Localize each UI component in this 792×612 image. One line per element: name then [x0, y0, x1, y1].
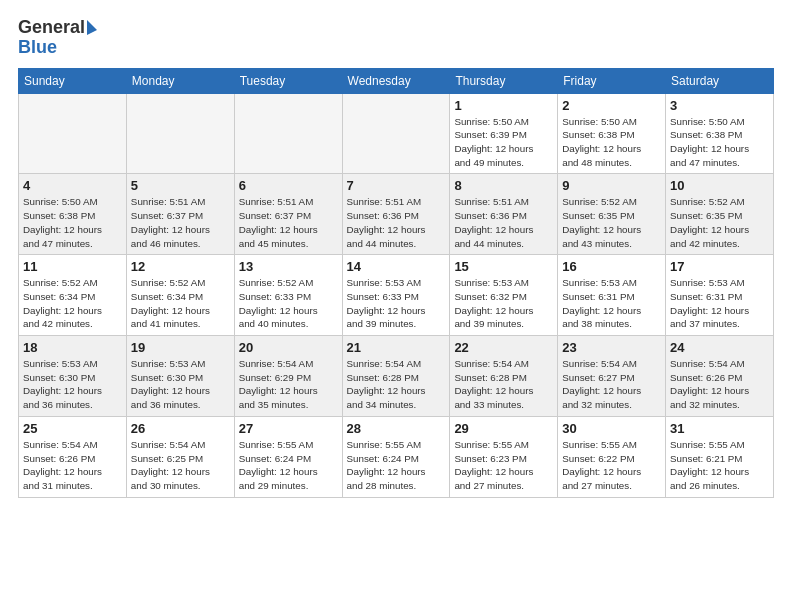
logo-triangle-icon [87, 20, 97, 35]
day-number: 1 [454, 98, 553, 113]
calendar-cell: 30Sunrise: 5:55 AM Sunset: 6:22 PM Dayli… [558, 416, 666, 497]
cell-info: Sunrise: 5:54 AM Sunset: 6:28 PM Dayligh… [347, 357, 446, 412]
calendar-cell: 7Sunrise: 5:51 AM Sunset: 6:36 PM Daylig… [342, 174, 450, 255]
calendar-cell: 26Sunrise: 5:54 AM Sunset: 6:25 PM Dayli… [126, 416, 234, 497]
calendar-cell: 5Sunrise: 5:51 AM Sunset: 6:37 PM Daylig… [126, 174, 234, 255]
cell-info: Sunrise: 5:50 AM Sunset: 6:38 PM Dayligh… [670, 115, 769, 170]
day-number: 5 [131, 178, 230, 193]
day-number: 21 [347, 340, 446, 355]
cell-info: Sunrise: 5:51 AM Sunset: 6:37 PM Dayligh… [239, 195, 338, 250]
day-number: 22 [454, 340, 553, 355]
calendar-cell: 9Sunrise: 5:52 AM Sunset: 6:35 PM Daylig… [558, 174, 666, 255]
cell-info: Sunrise: 5:51 AM Sunset: 6:36 PM Dayligh… [454, 195, 553, 250]
calendar-cell [234, 93, 342, 174]
page: General Blue SundayMondayTuesdayWednesda… [0, 0, 792, 510]
day-number: 26 [131, 421, 230, 436]
calendar-cell: 28Sunrise: 5:55 AM Sunset: 6:24 PM Dayli… [342, 416, 450, 497]
day-number: 20 [239, 340, 338, 355]
calendar-cell: 8Sunrise: 5:51 AM Sunset: 6:36 PM Daylig… [450, 174, 558, 255]
calendar-cell [19, 93, 127, 174]
cell-info: Sunrise: 5:55 AM Sunset: 6:24 PM Dayligh… [239, 438, 338, 493]
day-header-friday: Friday [558, 68, 666, 93]
day-number: 19 [131, 340, 230, 355]
day-number: 29 [454, 421, 553, 436]
cell-info: Sunrise: 5:54 AM Sunset: 6:26 PM Dayligh… [670, 357, 769, 412]
cell-info: Sunrise: 5:52 AM Sunset: 6:34 PM Dayligh… [23, 276, 122, 331]
calendar-cell: 18Sunrise: 5:53 AM Sunset: 6:30 PM Dayli… [19, 336, 127, 417]
cell-info: Sunrise: 5:51 AM Sunset: 6:36 PM Dayligh… [347, 195, 446, 250]
day-number: 3 [670, 98, 769, 113]
day-number: 15 [454, 259, 553, 274]
day-number: 31 [670, 421, 769, 436]
calendar-header-row: SundayMondayTuesdayWednesdayThursdayFrid… [19, 68, 774, 93]
day-number: 28 [347, 421, 446, 436]
calendar-cell: 27Sunrise: 5:55 AM Sunset: 6:24 PM Dayli… [234, 416, 342, 497]
cell-info: Sunrise: 5:52 AM Sunset: 6:35 PM Dayligh… [562, 195, 661, 250]
calendar-cell: 25Sunrise: 5:54 AM Sunset: 6:26 PM Dayli… [19, 416, 127, 497]
calendar-cell: 19Sunrise: 5:53 AM Sunset: 6:30 PM Dayli… [126, 336, 234, 417]
day-number: 4 [23, 178, 122, 193]
calendar-cell: 11Sunrise: 5:52 AM Sunset: 6:34 PM Dayli… [19, 255, 127, 336]
day-number: 16 [562, 259, 661, 274]
calendar-cell: 23Sunrise: 5:54 AM Sunset: 6:27 PM Dayli… [558, 336, 666, 417]
calendar-cell: 21Sunrise: 5:54 AM Sunset: 6:28 PM Dayli… [342, 336, 450, 417]
cell-info: Sunrise: 5:53 AM Sunset: 6:31 PM Dayligh… [562, 276, 661, 331]
day-number: 10 [670, 178, 769, 193]
calendar-week-row: 4Sunrise: 5:50 AM Sunset: 6:38 PM Daylig… [19, 174, 774, 255]
calendar-cell: 13Sunrise: 5:52 AM Sunset: 6:33 PM Dayli… [234, 255, 342, 336]
calendar-cell [342, 93, 450, 174]
calendar-cell: 20Sunrise: 5:54 AM Sunset: 6:29 PM Dayli… [234, 336, 342, 417]
day-number: 17 [670, 259, 769, 274]
cell-info: Sunrise: 5:54 AM Sunset: 6:26 PM Dayligh… [23, 438, 122, 493]
day-header-saturday: Saturday [666, 68, 774, 93]
calendar-cell: 3Sunrise: 5:50 AM Sunset: 6:38 PM Daylig… [666, 93, 774, 174]
cell-info: Sunrise: 5:55 AM Sunset: 6:21 PM Dayligh… [670, 438, 769, 493]
calendar-cell [126, 93, 234, 174]
calendar-cell: 31Sunrise: 5:55 AM Sunset: 6:21 PM Dayli… [666, 416, 774, 497]
cell-info: Sunrise: 5:53 AM Sunset: 6:33 PM Dayligh… [347, 276, 446, 331]
day-number: 2 [562, 98, 661, 113]
logo: General Blue [18, 18, 97, 58]
logo-general-text: General [18, 18, 85, 38]
cell-info: Sunrise: 5:50 AM Sunset: 6:38 PM Dayligh… [562, 115, 661, 170]
day-number: 8 [454, 178, 553, 193]
cell-info: Sunrise: 5:53 AM Sunset: 6:31 PM Dayligh… [670, 276, 769, 331]
calendar-cell: 17Sunrise: 5:53 AM Sunset: 6:31 PM Dayli… [666, 255, 774, 336]
calendar-cell: 10Sunrise: 5:52 AM Sunset: 6:35 PM Dayli… [666, 174, 774, 255]
calendar-week-row: 1Sunrise: 5:50 AM Sunset: 6:39 PM Daylig… [19, 93, 774, 174]
calendar-table: SundayMondayTuesdayWednesdayThursdayFrid… [18, 68, 774, 498]
calendar-week-row: 25Sunrise: 5:54 AM Sunset: 6:26 PM Dayli… [19, 416, 774, 497]
day-number: 6 [239, 178, 338, 193]
cell-info: Sunrise: 5:54 AM Sunset: 6:28 PM Dayligh… [454, 357, 553, 412]
calendar-week-row: 18Sunrise: 5:53 AM Sunset: 6:30 PM Dayli… [19, 336, 774, 417]
calendar-cell: 1Sunrise: 5:50 AM Sunset: 6:39 PM Daylig… [450, 93, 558, 174]
day-number: 24 [670, 340, 769, 355]
cell-info: Sunrise: 5:52 AM Sunset: 6:34 PM Dayligh… [131, 276, 230, 331]
day-number: 13 [239, 259, 338, 274]
day-number: 23 [562, 340, 661, 355]
cell-info: Sunrise: 5:54 AM Sunset: 6:29 PM Dayligh… [239, 357, 338, 412]
cell-info: Sunrise: 5:54 AM Sunset: 6:25 PM Dayligh… [131, 438, 230, 493]
calendar-cell: 6Sunrise: 5:51 AM Sunset: 6:37 PM Daylig… [234, 174, 342, 255]
cell-info: Sunrise: 5:53 AM Sunset: 6:32 PM Dayligh… [454, 276, 553, 331]
day-number: 25 [23, 421, 122, 436]
day-number: 30 [562, 421, 661, 436]
cell-info: Sunrise: 5:53 AM Sunset: 6:30 PM Dayligh… [23, 357, 122, 412]
cell-info: Sunrise: 5:51 AM Sunset: 6:37 PM Dayligh… [131, 195, 230, 250]
calendar-cell: 29Sunrise: 5:55 AM Sunset: 6:23 PM Dayli… [450, 416, 558, 497]
day-header-thursday: Thursday [450, 68, 558, 93]
calendar-cell: 24Sunrise: 5:54 AM Sunset: 6:26 PM Dayli… [666, 336, 774, 417]
day-number: 12 [131, 259, 230, 274]
day-header-sunday: Sunday [19, 68, 127, 93]
cell-info: Sunrise: 5:50 AM Sunset: 6:39 PM Dayligh… [454, 115, 553, 170]
day-number: 14 [347, 259, 446, 274]
day-number: 9 [562, 178, 661, 193]
calendar-cell: 14Sunrise: 5:53 AM Sunset: 6:33 PM Dayli… [342, 255, 450, 336]
day-number: 11 [23, 259, 122, 274]
calendar-cell: 12Sunrise: 5:52 AM Sunset: 6:34 PM Dayli… [126, 255, 234, 336]
cell-info: Sunrise: 5:50 AM Sunset: 6:38 PM Dayligh… [23, 195, 122, 250]
cell-info: Sunrise: 5:52 AM Sunset: 6:35 PM Dayligh… [670, 195, 769, 250]
calendar-week-row: 11Sunrise: 5:52 AM Sunset: 6:34 PM Dayli… [19, 255, 774, 336]
day-header-wednesday: Wednesday [342, 68, 450, 93]
day-number: 27 [239, 421, 338, 436]
